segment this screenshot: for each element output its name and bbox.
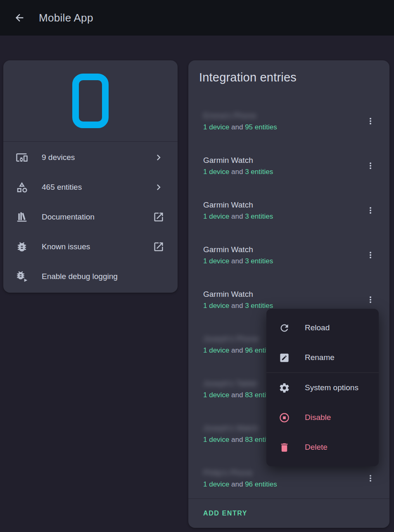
dots-vertical-icon bbox=[366, 295, 375, 305]
info-row-label: Documentation bbox=[42, 212, 153, 222]
entry-row: Garmin Watch 1 device and 3 entities bbox=[188, 143, 389, 188]
entry-entity-count: 96 entities bbox=[245, 480, 277, 488]
menu-item-label: Rename bbox=[305, 353, 335, 362]
entries-footer: ADD ENTRY bbox=[188, 499, 389, 528]
entry-device-count: 1 device bbox=[203, 123, 229, 131]
entry-subtitle: 1 device and 3 entities bbox=[203, 255, 361, 267]
entry-context-menu: Reload Rename System options Disable Del… bbox=[266, 309, 379, 466]
info-row-label: 465 entities bbox=[42, 183, 153, 192]
entry-device-count: 1 device bbox=[203, 168, 229, 176]
open-in-new-icon bbox=[153, 211, 164, 223]
entry-name: Garmin Watch bbox=[203, 289, 361, 300]
chevron-right-icon bbox=[153, 181, 164, 193]
info-row-9-devices[interactable]: 9 devices bbox=[3, 143, 178, 172]
entry-name: Garmin Watch bbox=[203, 199, 361, 211]
entry-subtitle: 1 device and 96 entities bbox=[203, 479, 361, 490]
entry-device-count: 1 device bbox=[203, 302, 229, 310]
entry-entity-count: 95 entities bbox=[245, 123, 277, 131]
info-row-documentation[interactable]: Documentation bbox=[3, 202, 178, 232]
entry-row: Garmin Watch 1 device and 3 entities bbox=[188, 233, 389, 277]
dots-vertical-icon bbox=[366, 116, 375, 126]
entry-subtitle-conjunction: and bbox=[229, 168, 245, 176]
open-in-new-icon bbox=[153, 241, 164, 253]
dots-vertical-icon bbox=[366, 250, 375, 260]
entry-menu-button[interactable] bbox=[361, 156, 380, 176]
entry-name: Garmin Watch bbox=[203, 155, 361, 166]
entry-row: Emma's Phone 1 device and 95 entities bbox=[188, 99, 389, 143]
integration-info-card: 9 devices 465 entities Documentation Kno… bbox=[3, 60, 178, 293]
entry-device-count: 1 device bbox=[203, 257, 229, 265]
arrow-left-icon bbox=[14, 12, 25, 24]
entry-subtitle-conjunction: and bbox=[229, 257, 245, 265]
entry-menu-button[interactable] bbox=[361, 111, 380, 131]
back-button[interactable] bbox=[9, 7, 30, 28]
chevron-right-icon bbox=[153, 152, 164, 163]
integration-logo bbox=[3, 60, 178, 142]
menu-item-system-options[interactable]: System options bbox=[266, 373, 379, 403]
info-row-known-issues[interactable]: Known issues bbox=[3, 232, 178, 262]
entry-subtitle: 1 device and 3 entities bbox=[203, 166, 361, 177]
integration-page: Mobile App 9 devices 465 entities Docume… bbox=[0, 0, 394, 532]
info-row-label: 9 devices bbox=[42, 153, 153, 162]
entry-menu-button[interactable] bbox=[361, 290, 380, 310]
rename-box-icon bbox=[279, 352, 290, 363]
menu-item-label: System options bbox=[305, 383, 358, 392]
entry-device-count: 1 device bbox=[203, 346, 229, 354]
entry-name: Garmin Watch bbox=[203, 244, 361, 255]
dots-vertical-icon bbox=[366, 473, 375, 483]
shapes-icon bbox=[16, 181, 28, 193]
info-row-label: Enable debug logging bbox=[42, 272, 164, 281]
entry-subtitle: 1 device and 95 entities bbox=[203, 122, 361, 133]
menu-item-label: Reload bbox=[305, 323, 330, 332]
entry-entity-count: 3 entities bbox=[245, 257, 273, 265]
dots-vertical-icon bbox=[366, 161, 375, 171]
menu-item-disable[interactable]: Disable bbox=[266, 403, 379, 432]
entry-entity-count: 3 entities bbox=[245, 302, 273, 310]
entry-subtitle-conjunction: and bbox=[229, 480, 245, 488]
entry-menu-button[interactable] bbox=[361, 200, 380, 220]
entry-device-count: 1 device bbox=[203, 436, 229, 444]
info-row-label: Known issues bbox=[42, 242, 153, 251]
bug-play-icon bbox=[16, 270, 28, 283]
menu-item-delete[interactable]: Delete bbox=[266, 432, 379, 462]
devices-icon bbox=[16, 151, 28, 164]
entry-device-count: 1 device bbox=[203, 480, 229, 488]
entries-title: Integration entries bbox=[188, 60, 389, 99]
cog-icon bbox=[279, 382, 290, 394]
info-row-enable-debug-logging[interactable]: Enable debug logging bbox=[3, 262, 178, 291]
reload-icon bbox=[279, 322, 290, 334]
entry-name: Emma's Phone bbox=[203, 110, 361, 122]
entry-entity-count: 3 entities bbox=[245, 212, 273, 220]
menu-item-label: Delete bbox=[305, 443, 328, 452]
entry-subtitle-conjunction: and bbox=[229, 346, 245, 354]
delete-icon bbox=[279, 442, 290, 453]
entry-device-count: 1 device bbox=[203, 212, 229, 220]
menu-item-rename[interactable]: Rename bbox=[266, 343, 379, 372]
entry-row: Garmin Watch 1 device and 3 entities bbox=[188, 188, 389, 233]
info-row-465-entities[interactable]: 465 entities bbox=[3, 172, 178, 202]
bookshelf-icon bbox=[16, 211, 28, 223]
menu-item-label: Disable bbox=[305, 413, 331, 422]
dots-vertical-icon bbox=[366, 205, 375, 215]
entry-subtitle: 1 device and 3 entities bbox=[203, 211, 361, 222]
entry-subtitle-conjunction: and bbox=[229, 302, 245, 310]
stop-circle-icon bbox=[279, 412, 290, 423]
info-rows: 9 devices 465 entities Documentation Kno… bbox=[3, 142, 178, 291]
entry-subtitle-conjunction: and bbox=[229, 123, 245, 131]
entry-subtitle-conjunction: and bbox=[229, 391, 245, 399]
page-title: Mobile App bbox=[39, 12, 93, 24]
menu-item-reload[interactable]: Reload bbox=[266, 313, 379, 343]
entry-subtitle-conjunction: and bbox=[229, 212, 245, 220]
add-entry-button[interactable]: ADD ENTRY bbox=[203, 510, 247, 517]
topbar: Mobile App bbox=[0, 0, 394, 36]
entry-menu-button[interactable] bbox=[361, 468, 380, 488]
entry-entity-count: 3 entities bbox=[245, 168, 273, 176]
entry-subtitle-conjunction: and bbox=[229, 436, 245, 444]
entry-name: Philip's Phone bbox=[203, 467, 361, 479]
entry-menu-button[interactable] bbox=[361, 245, 380, 265]
cellphone-icon bbox=[72, 74, 109, 128]
entry-device-count: 1 device bbox=[203, 391, 229, 399]
bug-icon bbox=[16, 241, 28, 253]
